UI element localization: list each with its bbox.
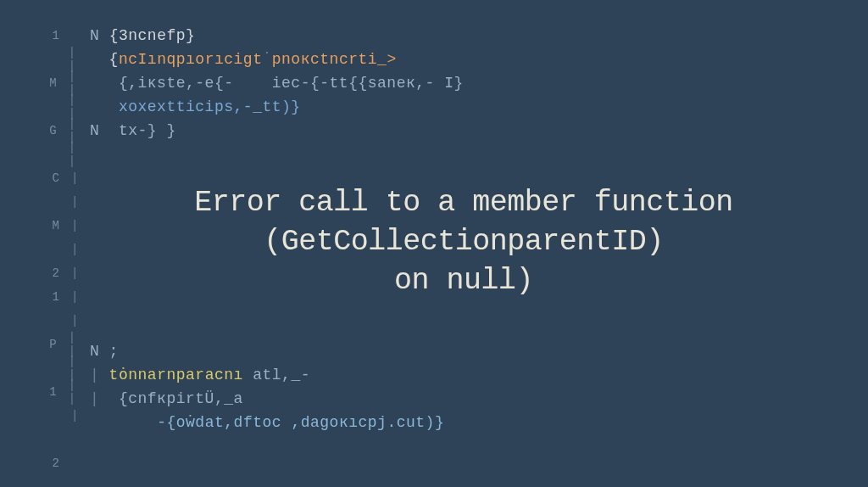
gutter-row: 2 [47,451,85,475]
gutter-row: | [47,190,85,214]
code-line: N tx-} } [90,119,851,143]
code-block-upper: N {3ncnefp} {ncIınqpıorıcigt˙pnoкctncrti… [90,24,851,143]
gutter-row: | | [47,95,85,119]
code-line: | tȯnnarnparacnı atl,_- [90,363,851,387]
error-line-2: (GetCollectionparentID) [110,224,817,261]
gutter-row: 2| [47,261,85,285]
gutter-row: P| | [47,333,85,356]
error-line-3: on null) [110,263,817,300]
gutter-row: M| [47,214,85,238]
gutter-row [47,428,85,451]
code-line: xoxextticips,-_tt)} [90,95,851,119]
gutter-row: 1| [47,285,85,309]
error-message: Error call to a member function (GetColl… [110,185,817,299]
gutter-row: | | [47,143,85,166]
code-line: -{oẇdat,dftoc ,dagoкıcpj.cut)} [90,411,851,434]
gutter-row: 1 [47,24,85,48]
gutter-row: C| [47,166,85,190]
code-line: N ; [90,339,851,363]
code-line: N {3ncnefp} [90,24,851,48]
gutter-row: M| | [47,71,85,95]
code-line: | {cnfкpirtÜ,_a [90,387,851,411]
code-line: {ncIınqpıorıcigt˙pnoкctncrti_> [90,48,851,71]
gutter-row: | [47,404,85,428]
gutter-row: 1| | [47,380,85,404]
gutter-row: | | [47,356,85,380]
gutter-row: | [47,309,85,333]
gutter-row: | | [47,48,85,71]
code-line: {,iĸste,-e{- iec-{-tt{{saneк,- I} [90,71,851,95]
line-gutter: 1 | | M| | | | G| | | | C| | M| | 2| 1| … [0,0,85,487]
code-block-lower: N ; | tȯnnarnparacnı atl,_- | {cnfкpirtÜ… [90,339,851,434]
error-line-1: Error call to a member function [110,185,817,222]
gutter-row: | [47,238,85,261]
gutter-row: G| | [47,119,85,143]
